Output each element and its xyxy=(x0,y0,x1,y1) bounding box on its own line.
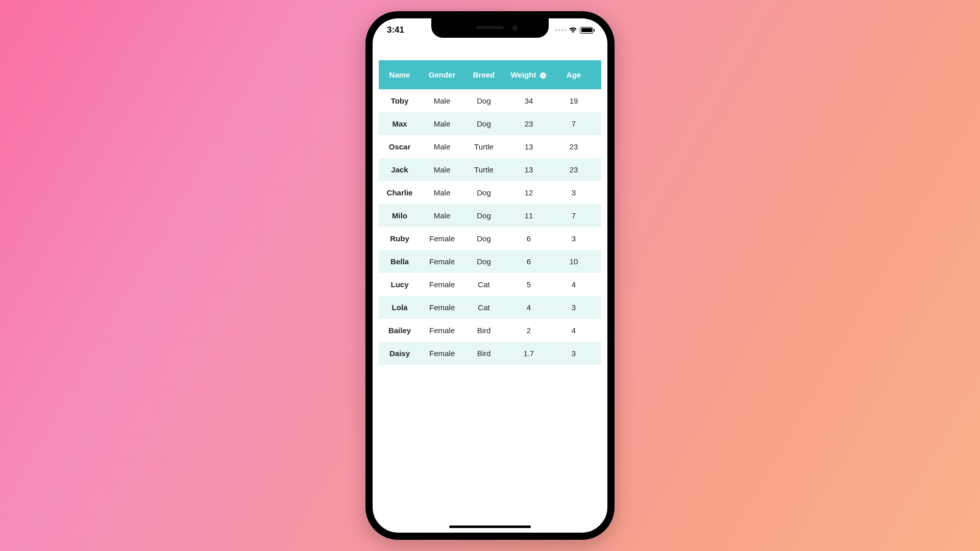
cell-age: 4 xyxy=(553,326,594,335)
header-age[interactable]: Age xyxy=(553,70,594,79)
cell-weight: 13 xyxy=(504,142,553,151)
table-row[interactable]: LolaFemaleCat43 xyxy=(379,296,601,319)
status-time: 3:41 xyxy=(387,25,404,35)
sort-desc-icon xyxy=(540,72,547,79)
table-row[interactable]: OscarMaleTurtle1323 xyxy=(379,135,601,158)
cell-breed: Bird xyxy=(463,326,504,335)
cell-age: 23 xyxy=(553,142,594,151)
header-breed[interactable]: Breed xyxy=(463,70,504,79)
cell-weight: 13 xyxy=(504,165,553,174)
speaker-slit xyxy=(476,26,504,29)
header-weight[interactable]: Weight xyxy=(504,70,553,79)
cell-breed: Cat xyxy=(463,303,504,312)
table-row[interactable]: DaisyFemaleBird1.73 xyxy=(379,342,601,365)
header-name[interactable]: Name xyxy=(379,70,421,79)
data-table: Name Gender Breed Weight Age TobyMaleDog… xyxy=(379,60,601,365)
table-row[interactable]: MaxMaleDog237 xyxy=(379,112,601,135)
table-row[interactable]: BellaFemaleDog610 xyxy=(379,250,601,273)
table-row[interactable]: TobyMaleDog3419 xyxy=(379,89,601,112)
cell-gender: Male xyxy=(421,96,463,105)
cell-breed: Cat xyxy=(463,280,504,289)
home-indicator[interactable] xyxy=(449,525,531,528)
cell-gender: Female xyxy=(421,326,463,335)
cell-weight: 4 xyxy=(504,303,553,312)
cell-name: Oscar xyxy=(379,142,421,151)
cell-name: Daisy xyxy=(379,349,421,358)
cell-name: Lola xyxy=(379,303,421,312)
cell-age: 7 xyxy=(553,119,594,128)
battery-fill xyxy=(581,28,592,32)
front-camera xyxy=(512,26,518,31)
cell-gender: Female xyxy=(421,234,463,243)
cell-gender: Female xyxy=(421,257,463,266)
header-weight-label: Weight xyxy=(511,70,536,79)
content-area: Name Gender Breed Weight Age TobyMaleDog… xyxy=(373,42,607,365)
cell-breed: Dog xyxy=(463,234,504,243)
cell-name: Milo xyxy=(379,211,421,220)
table-row[interactable]: BaileyFemaleBird24 xyxy=(379,319,601,342)
cell-breed: Dog xyxy=(463,96,504,105)
table-header: Name Gender Breed Weight Age xyxy=(379,60,601,89)
cell-age: 3 xyxy=(553,234,594,243)
cell-name: Toby xyxy=(379,96,421,105)
cell-name: Jack xyxy=(379,165,421,174)
cell-gender: Male xyxy=(421,165,463,174)
cell-age: 19 xyxy=(553,96,594,105)
status-right xyxy=(555,27,593,34)
cell-age: 23 xyxy=(553,165,594,174)
cell-age: 7 xyxy=(553,211,594,220)
cell-weight: 6 xyxy=(504,234,553,243)
table-body: TobyMaleDog3419MaxMaleDog237OscarMaleTur… xyxy=(379,89,601,365)
cell-name: Max xyxy=(379,119,421,128)
table-row[interactable]: MiloMaleDog117 xyxy=(379,204,601,227)
table-row[interactable]: LucyFemaleCat54 xyxy=(379,273,601,296)
cell-name: Ruby xyxy=(379,234,421,243)
table-row[interactable]: RubyFemaleDog63 xyxy=(379,227,601,250)
cell-gender: Female xyxy=(421,349,463,358)
cell-breed: Dog xyxy=(463,188,504,197)
cell-breed: Dog xyxy=(463,119,504,128)
phone-notch xyxy=(431,18,549,38)
cell-gender: Male xyxy=(421,142,463,151)
cell-age: 3 xyxy=(553,188,594,197)
table-row[interactable]: CharlieMaleDog123 xyxy=(379,181,601,204)
cell-breed: Dog xyxy=(463,211,504,220)
cell-gender: Female xyxy=(421,280,463,289)
cell-name: Bella xyxy=(379,257,421,266)
cell-weight: 11 xyxy=(504,211,553,220)
cell-gender: Female xyxy=(421,303,463,312)
phone-screen: 3:41 Name Gender Breed xyxy=(373,18,607,533)
cell-gender: Male xyxy=(421,119,463,128)
cell-weight: 6 xyxy=(504,257,553,266)
cell-age: 3 xyxy=(553,303,594,312)
cell-breed: Turtle xyxy=(463,142,504,151)
signal-dots-icon xyxy=(555,29,566,31)
cell-weight: 12 xyxy=(504,188,553,197)
wifi-icon xyxy=(569,27,577,34)
battery-icon xyxy=(580,27,593,34)
cell-breed: Bird xyxy=(463,349,504,358)
table-row[interactable]: JackMaleTurtle1323 xyxy=(379,158,601,181)
cell-name: Lucy xyxy=(379,280,421,289)
phone-frame: 3:41 Name Gender Breed xyxy=(365,11,615,540)
cell-weight: 23 xyxy=(504,119,553,128)
cell-name: Bailey xyxy=(379,326,421,335)
cell-breed: Dog xyxy=(463,257,504,266)
cell-breed: Turtle xyxy=(463,165,504,174)
cell-weight: 2 xyxy=(504,326,553,335)
header-gender[interactable]: Gender xyxy=(421,70,463,79)
cell-weight: 1.7 xyxy=(504,349,553,358)
cell-weight: 5 xyxy=(504,280,553,289)
cell-age: 4 xyxy=(553,280,594,289)
cell-age: 10 xyxy=(553,257,594,266)
cell-gender: Male xyxy=(421,211,463,220)
cell-name: Charlie xyxy=(379,188,421,197)
cell-gender: Male xyxy=(421,188,463,197)
cell-age: 3 xyxy=(553,349,594,358)
cell-weight: 34 xyxy=(504,96,553,105)
